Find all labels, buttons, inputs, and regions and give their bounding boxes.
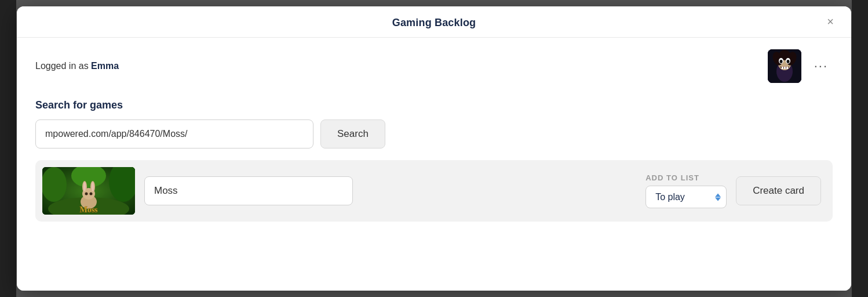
svg-point-9: [779, 60, 782, 63]
search-row: Search: [35, 119, 833, 148]
logged-in-text: Logged in as Emma: [35, 61, 119, 71]
search-section-label: Search for games: [35, 99, 833, 111]
list-select[interactable]: To play Playing Completed Dropped: [645, 186, 727, 208]
add-to-list-section: ADD TO LIST To play Playing Completed Dr…: [645, 173, 821, 208]
search-button[interactable]: Search: [320, 119, 385, 148]
more-options-button[interactable]: ···: [809, 56, 833, 76]
username: Emma: [91, 61, 119, 71]
result-row: Moss ADD TO LIST To play Playing Comple: [35, 160, 833, 222]
modal: Gaming Backlog × Logged in as Emma: [17, 6, 851, 291]
modal-header: Gaming Backlog ×: [17, 6, 851, 38]
search-input[interactable]: [35, 119, 313, 148]
svg-point-26: [85, 193, 88, 195]
svg-rect-12: [784, 67, 786, 69]
add-to-list-group: ADD TO LIST To play Playing Completed Dr…: [645, 173, 727, 208]
user-right: ···: [768, 49, 833, 83]
moss-game-image: Moss: [42, 167, 135, 215]
add-to-list-label: ADD TO LIST: [645, 173, 727, 182]
avatar: [768, 49, 801, 83]
modal-body: Logged in as Emma: [17, 38, 851, 291]
user-row: Logged in as Emma: [35, 49, 833, 83]
svg-point-24: [83, 182, 86, 191]
close-button[interactable]: ×: [821, 13, 840, 31]
avatar-svg: [768, 49, 801, 83]
avatar-image: [768, 49, 801, 83]
modal-title: Gaming Backlog: [392, 17, 476, 29]
svg-point-16: [42, 167, 67, 202]
game-thumbnail: Moss: [42, 167, 135, 215]
backdrop: Gaming Backlog × Logged in as Emma: [0, 0, 868, 297]
svg-text:Moss: Moss: [79, 205, 98, 214]
svg-rect-11: [782, 67, 783, 69]
svg-point-27: [90, 193, 93, 195]
svg-rect-13: [786, 67, 788, 69]
search-section: Search for games Search: [35, 99, 833, 222]
list-select-wrapper: To play Playing Completed Dropped: [645, 186, 727, 208]
create-card-button[interactable]: Create card: [736, 176, 821, 205]
svg-point-10: [786, 60, 789, 63]
game-name-input[interactable]: [144, 176, 353, 205]
svg-point-25: [92, 182, 94, 191]
